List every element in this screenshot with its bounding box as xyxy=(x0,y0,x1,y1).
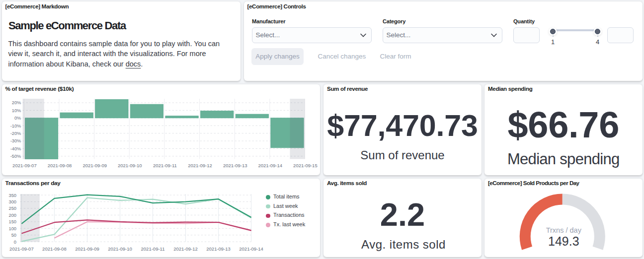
svg-text:2021-09-13: 2021-09-13 xyxy=(206,246,231,252)
svg-text:2021-09-12: 2021-09-12 xyxy=(188,163,212,168)
svg-text:2021-09-11: 2021-09-11 xyxy=(153,163,176,168)
svg-text:2021-09-09: 2021-09-09 xyxy=(75,246,99,252)
svg-text:2021-09-08: 2021-09-08 xyxy=(42,246,67,252)
svg-text:350: 350 xyxy=(8,193,16,198)
svg-text:2021-09-14: 2021-09-14 xyxy=(258,163,282,168)
svg-text:2021-09-10: 2021-09-10 xyxy=(117,163,142,168)
svg-text:2021-09-13: 2021-09-13 xyxy=(223,163,247,168)
svg-text:2021-09-08: 2021-09-08 xyxy=(47,163,72,168)
svg-text:10%: 10% xyxy=(11,108,21,113)
svg-text:2021-09-14: 2021-09-14 xyxy=(239,246,263,252)
svg-text:-10%: -10% xyxy=(10,124,21,129)
svg-text:300: 300 xyxy=(8,199,16,204)
svg-text:2021-09-12: 2021-09-12 xyxy=(173,246,198,252)
svg-text:200: 200 xyxy=(8,213,16,218)
svg-text:0%: 0% xyxy=(14,116,20,121)
svg-text:2021-09-07: 2021-09-07 xyxy=(12,163,37,168)
svg-text:150: 150 xyxy=(8,219,16,224)
svg-text:100: 100 xyxy=(8,226,16,231)
svg-text:-50%: -50% xyxy=(10,154,21,159)
svg-text:250: 250 xyxy=(8,206,16,211)
svg-text:Trxns / day: Trxns / day xyxy=(546,226,582,234)
svg-text:2021-09-09: 2021-09-09 xyxy=(82,163,107,168)
svg-text:2021-09-11: 2021-09-11 xyxy=(141,246,164,252)
svg-text:-30%: -30% xyxy=(10,138,21,143)
svg-text:-20%: -20% xyxy=(10,131,21,136)
svg-text:2021-09-10: 2021-09-10 xyxy=(108,246,132,252)
svg-text:50: 50 xyxy=(11,233,16,238)
svg-text:-40%: -40% xyxy=(10,146,21,151)
svg-text:2021-09-07: 2021-09-07 xyxy=(9,246,34,252)
svg-text:2021-09-15: 2021-09-15 xyxy=(293,163,318,168)
svg-text:149.3: 149.3 xyxy=(548,234,579,248)
svg-text:0: 0 xyxy=(13,240,16,245)
svg-text:20%: 20% xyxy=(11,100,21,105)
